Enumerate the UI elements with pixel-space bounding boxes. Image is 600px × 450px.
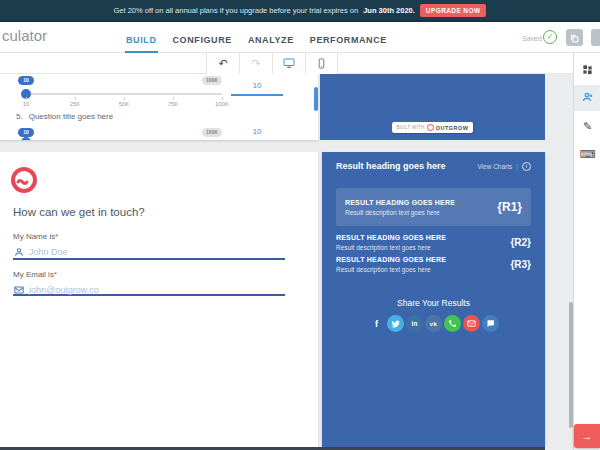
required-asterisk: * [54,270,57,279]
outgrow-logo-icon [10,166,38,198]
name-label-text: My Name is [13,232,55,241]
slider5-max-badge: 100K [202,128,222,137]
email-input[interactable] [29,283,279,296]
email-label-text: My Email is [13,270,54,279]
tick-mark [75,97,76,100]
slider4-value-underline [231,94,283,96]
question-number: 5. [16,112,23,121]
tab-performance[interactable]: PERFORMANCE [309,22,388,53]
slider5-min-badge: 10 [18,128,34,137]
result-2-texts: RESULT HEADING GOES HERE Result descript… [336,234,446,251]
result-item-3[interactable]: RESULT HEADING GOES HERE Result descript… [336,256,531,273]
result-3-description: Result description text goes here [336,266,446,273]
builder-canvas: ↶ ↷ [0,53,573,450]
messenger-share-icon[interactable] [482,315,499,332]
result-1-heading: RESULT HEADING GOES HERE [345,199,455,206]
header-extra-button[interactable] [591,29,600,46]
name-input-row [13,244,285,260]
lead-form-panel: How can we get in touch? My Name is* My … [0,152,318,447]
banner-expiry-date: Jun 30th 2020. [363,6,415,15]
tick-label: 25K [60,101,90,107]
slider4-value-input[interactable]: 10 [231,81,283,90]
tick-mark [173,97,174,100]
divider: | [516,163,518,170]
view-charts-link[interactable]: View Charts [477,163,512,170]
mobile-preview-button[interactable] [305,53,338,74]
monitor-icon [283,55,295,73]
person-icon [14,247,24,257]
tab-analyze[interactable]: ANALYZE [247,22,295,53]
copy-button[interactable] [566,29,583,46]
result-1-texts: RESULT HEADING GOES HERE Result descript… [345,199,455,216]
share-results-heading: Share Your Results [322,298,545,308]
result-item-1[interactable]: RESULT HEADING GOES HERE Result descript… [336,188,531,226]
result-1-description: Result description text goes here [345,209,455,216]
tick-mark [222,97,223,100]
sidebar-item-leads[interactable] [574,85,600,111]
tab-build[interactable]: BUILD [125,22,158,53]
linkedin-share-icon[interactable]: in [406,315,423,332]
app-window: Get 20% off on all annual plans if you u… [0,0,600,450]
tick-label: 75K [158,101,188,107]
outgrow-mini-logo-icon [427,124,434,131]
smartphone-icon [316,55,327,73]
tab-configure[interactable]: CONFIGURE [172,22,233,53]
slider5-handle[interactable] [21,137,31,140]
envelope-icon [14,285,24,295]
question-title-text: Question title goes here [29,112,114,121]
result-1-token: {R1} [497,200,522,214]
tick-label: 100K [207,101,237,107]
twitter-share-icon[interactable] [387,315,404,332]
vk-share-icon[interactable]: vk [425,315,442,332]
redo-icon: ↷ [251,58,260,69]
trial-banner: Get 20% off on all annual plans if you u… [0,0,600,22]
tick-mark [26,97,27,100]
app-header: culator BUILD CONFIGURE ANALYZE PERFORMA… [0,22,600,53]
outgrow-brand-label: OUTGROW [436,125,469,131]
result-item-2[interactable]: RESULT HEADING GOES HERE Result descript… [336,234,531,251]
next-arrow-button[interactable]: → [574,424,600,448]
right-icon-sidebar: ✎ ⌨ [573,53,600,450]
info-icon[interactable]: i [522,162,531,171]
preview-toolbar-buttons: ↶ ↷ [206,53,338,74]
sidebar-item-embed[interactable]: ⌨ [574,141,600,167]
banner-text: Get 20% off on all annual plans if you u… [114,6,359,15]
sidebar-item-layout[interactable] [574,57,600,83]
result-2-heading: RESULT HEADING GOES HERE [336,234,446,241]
grid-icon [582,61,593,79]
result-3-texts: RESULT HEADING GOES HERE Result descript… [336,256,446,273]
name-input[interactable] [29,245,279,258]
required-asterisk: * [55,232,58,241]
main-nav-tabs: BUILD CONFIGURE ANALYZE PERFORMANCE [125,22,388,53]
desktop-preview-button[interactable] [272,53,305,74]
email-share-icon[interactable] [463,315,480,332]
slider5-value-input[interactable]: 10 [231,127,283,136]
tick-label: 50K [109,101,139,107]
tick-label: 10 [11,101,41,107]
slider4-track[interactable] [26,93,222,95]
pencil-icon: ✎ [583,121,592,132]
main-area: ↶ ↷ [0,53,600,450]
slider-questions-panel: 10 100K 10 25K 50K 75K 100K 10 5. Questi… [0,74,318,140]
upgrade-now-button[interactable]: UPGRADE NOW [420,4,487,17]
whatsapp-share-icon[interactable] [444,315,461,332]
results-panel: Result heading goes here View Charts | i… [322,152,545,447]
share-icons-row: f in vk [322,315,545,332]
preview-scrollbar-thumb[interactable] [314,87,318,111]
email-input-row [13,282,285,296]
result-2-description: Result description text goes here [336,244,446,251]
email-field-label: My Email is* [13,270,57,279]
preview-toolbar: ↶ ↷ [0,53,573,74]
tick-mark [124,97,125,100]
redo-button[interactable]: ↷ [239,53,272,74]
copy-icon [570,29,579,47]
result-3-token: {R3} [510,259,531,270]
facebook-share-icon[interactable]: f [368,315,385,332]
sidebar-item-edit[interactable]: ✎ [574,113,600,139]
built-with-label: BUILT WITH [397,125,425,130]
name-field-label: My Name is* [13,232,58,241]
undo-button[interactable]: ↶ [206,53,239,74]
question-5-title[interactable]: 5. Question title goes here [16,112,113,121]
undo-icon: ↶ [218,58,227,69]
result-3-heading: RESULT HEADING GOES HERE [336,256,446,263]
